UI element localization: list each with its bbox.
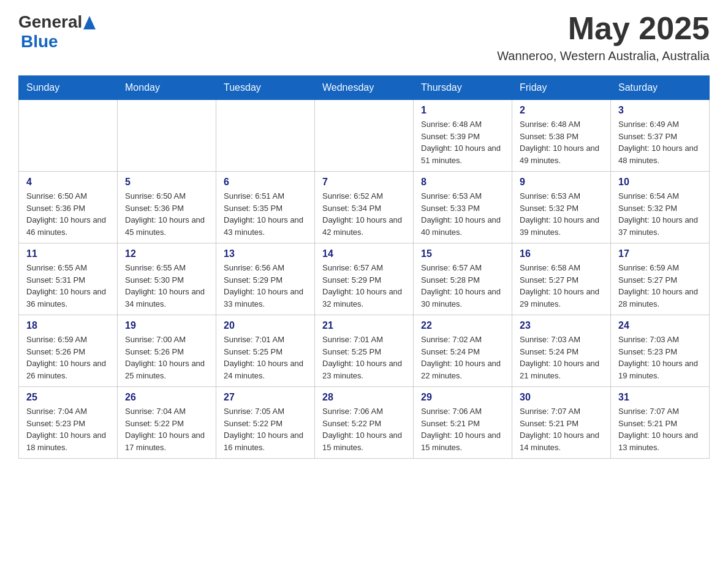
day-number: 8 (421, 177, 504, 188)
day-info: Sunrise: 6:53 AMSunset: 5:33 PMDaylight:… (421, 190, 504, 238)
day-info: Sunrise: 6:59 AMSunset: 5:27 PMDaylight:… (618, 262, 702, 310)
day-info: Sunrise: 7:02 AMSunset: 5:24 PMDaylight:… (421, 334, 504, 381)
day-info: Sunrise: 6:53 AMSunset: 5:32 PMDaylight:… (520, 190, 603, 238)
calendar-cell: 17Sunrise: 6:59 AMSunset: 5:27 PMDayligh… (611, 243, 710, 315)
day-number: 13 (224, 248, 307, 259)
day-info: Sunrise: 7:04 AMSunset: 5:23 PMDaylight:… (26, 405, 110, 453)
day-number: 19 (125, 320, 208, 331)
day-info: Sunrise: 7:06 AMSunset: 5:22 PMDaylight:… (322, 405, 406, 453)
calendar-cell: 31Sunrise: 7:07 AMSunset: 5:21 PMDayligh… (611, 387, 710, 459)
col-wednesday: Wednesday (315, 76, 414, 100)
day-info: Sunrise: 7:04 AMSunset: 5:22 PMDaylight:… (125, 405, 208, 453)
day-number: 30 (520, 392, 603, 403)
col-monday: Monday (118, 76, 216, 100)
day-number: 22 (421, 320, 504, 331)
logo-blue-text: Blue (21, 32, 58, 51)
day-number: 6 (224, 177, 307, 188)
day-number: 15 (421, 248, 504, 259)
day-number: 23 (520, 320, 603, 331)
calendar-cell: 24Sunrise: 7:03 AMSunset: 5:23 PMDayligh… (611, 315, 710, 387)
day-number: 25 (26, 392, 110, 403)
day-info: Sunrise: 6:57 AMSunset: 5:29 PMDaylight:… (322, 262, 406, 310)
day-info: Sunrise: 6:52 AMSunset: 5:34 PMDaylight:… (322, 190, 406, 238)
calendar-cell: 16Sunrise: 6:58 AMSunset: 5:27 PMDayligh… (512, 243, 611, 315)
day-number: 18 (26, 320, 110, 331)
calendar-cell: 18Sunrise: 6:59 AMSunset: 5:26 PMDayligh… (19, 315, 118, 387)
calendar-cell: 25Sunrise: 7:04 AMSunset: 5:23 PMDayligh… (19, 387, 118, 459)
day-info: Sunrise: 6:54 AMSunset: 5:32 PMDaylight:… (618, 190, 702, 238)
day-info: Sunrise: 6:50 AMSunset: 5:36 PMDaylight:… (26, 190, 110, 238)
day-info: Sunrise: 7:03 AMSunset: 5:23 PMDaylight:… (618, 334, 702, 381)
day-number: 5 (125, 177, 208, 188)
day-info: Sunrise: 7:01 AMSunset: 5:25 PMDaylight:… (322, 334, 406, 381)
day-info: Sunrise: 6:56 AMSunset: 5:29 PMDaylight:… (224, 262, 307, 310)
week-row-1: 1Sunrise: 6:48 AMSunset: 5:39 PMDaylight… (19, 100, 710, 172)
day-number: 27 (224, 392, 307, 403)
calendar-cell (19, 100, 118, 172)
calendar-cell: 21Sunrise: 7:01 AMSunset: 5:25 PMDayligh… (315, 315, 414, 387)
calendar-cell: 6Sunrise: 6:51 AMSunset: 5:35 PMDaylight… (216, 172, 315, 243)
title-section: May 2025 Wanneroo, Western Australia, Au… (497, 12, 710, 63)
col-saturday: Saturday (611, 76, 710, 100)
calendar-cell: 7Sunrise: 6:52 AMSunset: 5:34 PMDaylight… (315, 172, 414, 243)
calendar-cell: 15Sunrise: 6:57 AMSunset: 5:28 PMDayligh… (414, 243, 512, 315)
day-info: Sunrise: 6:55 AMSunset: 5:30 PMDaylight:… (125, 262, 208, 310)
calendar-cell: 2Sunrise: 6:48 AMSunset: 5:38 PMDaylight… (512, 100, 611, 172)
day-info: Sunrise: 6:48 AMSunset: 5:38 PMDaylight:… (520, 118, 603, 166)
day-number: 31 (618, 392, 702, 403)
day-number: 4 (26, 177, 110, 188)
day-number: 26 (125, 392, 208, 403)
calendar-table: Sunday Monday Tuesday Wednesday Thursday… (18, 75, 710, 459)
calendar-cell: 29Sunrise: 7:06 AMSunset: 5:21 PMDayligh… (414, 387, 512, 459)
week-row-4: 18Sunrise: 6:59 AMSunset: 5:26 PMDayligh… (19, 315, 710, 387)
page-header: General Blue May 2025 Wanneroo, Western … (18, 12, 710, 63)
calendar-cell: 1Sunrise: 6:48 AMSunset: 5:39 PMDaylight… (414, 100, 512, 172)
calendar-cell: 23Sunrise: 7:03 AMSunset: 5:24 PMDayligh… (512, 315, 611, 387)
calendar-cell (216, 100, 315, 172)
day-number: 14 (322, 248, 406, 259)
day-number: 10 (618, 177, 702, 188)
day-info: Sunrise: 7:07 AMSunset: 5:21 PMDaylight:… (618, 405, 702, 453)
calendar-cell: 14Sunrise: 6:57 AMSunset: 5:29 PMDayligh… (315, 243, 414, 315)
day-number: 9 (520, 177, 603, 188)
day-number: 17 (618, 248, 702, 259)
day-number: 11 (26, 248, 110, 259)
calendar-cell: 8Sunrise: 6:53 AMSunset: 5:33 PMDaylight… (414, 172, 512, 243)
day-number: 12 (125, 248, 208, 259)
logo: General Blue (18, 12, 96, 52)
logo-general-text: General (18, 12, 82, 32)
calendar-cell: 27Sunrise: 7:05 AMSunset: 5:22 PMDayligh… (216, 387, 315, 459)
calendar-cell: 13Sunrise: 6:56 AMSunset: 5:29 PMDayligh… (216, 243, 315, 315)
calendar-cell: 22Sunrise: 7:02 AMSunset: 5:24 PMDayligh… (414, 315, 512, 387)
day-info: Sunrise: 7:05 AMSunset: 5:22 PMDaylight:… (224, 405, 307, 453)
day-number: 24 (618, 320, 702, 331)
day-info: Sunrise: 6:59 AMSunset: 5:26 PMDaylight:… (26, 334, 110, 381)
day-number: 2 (520, 105, 603, 116)
day-number: 21 (322, 320, 406, 331)
col-thursday: Thursday (414, 76, 512, 100)
day-number: 3 (618, 105, 702, 116)
calendar-cell: 3Sunrise: 6:49 AMSunset: 5:37 PMDaylight… (611, 100, 710, 172)
day-number: 1 (421, 105, 504, 116)
week-row-5: 25Sunrise: 7:04 AMSunset: 5:23 PMDayligh… (19, 387, 710, 459)
week-row-3: 11Sunrise: 6:55 AMSunset: 5:31 PMDayligh… (19, 243, 710, 315)
day-info: Sunrise: 7:07 AMSunset: 5:21 PMDaylight:… (520, 405, 603, 453)
day-info: Sunrise: 7:00 AMSunset: 5:26 PMDaylight:… (125, 334, 208, 381)
calendar-cell: 30Sunrise: 7:07 AMSunset: 5:21 PMDayligh… (512, 387, 611, 459)
col-tuesday: Tuesday (216, 76, 315, 100)
col-friday: Friday (512, 76, 611, 100)
col-sunday: Sunday (19, 76, 118, 100)
day-info: Sunrise: 7:03 AMSunset: 5:24 PMDaylight:… (520, 334, 603, 381)
day-number: 7 (322, 177, 406, 188)
day-info: Sunrise: 6:58 AMSunset: 5:27 PMDaylight:… (520, 262, 603, 310)
calendar-cell (315, 100, 414, 172)
calendar-cell: 11Sunrise: 6:55 AMSunset: 5:31 PMDayligh… (19, 243, 118, 315)
day-info: Sunrise: 6:49 AMSunset: 5:37 PMDaylight:… (618, 118, 702, 166)
calendar-cell: 5Sunrise: 6:50 AMSunset: 5:36 PMDaylight… (118, 172, 216, 243)
calendar-cell: 9Sunrise: 6:53 AMSunset: 5:32 PMDaylight… (512, 172, 611, 243)
location-text: Wanneroo, Western Australia, Australia (497, 49, 710, 63)
day-number: 29 (421, 392, 504, 403)
calendar-cell: 20Sunrise: 7:01 AMSunset: 5:25 PMDayligh… (216, 315, 315, 387)
day-number: 28 (322, 392, 406, 403)
calendar-cell: 28Sunrise: 7:06 AMSunset: 5:22 PMDayligh… (315, 387, 414, 459)
